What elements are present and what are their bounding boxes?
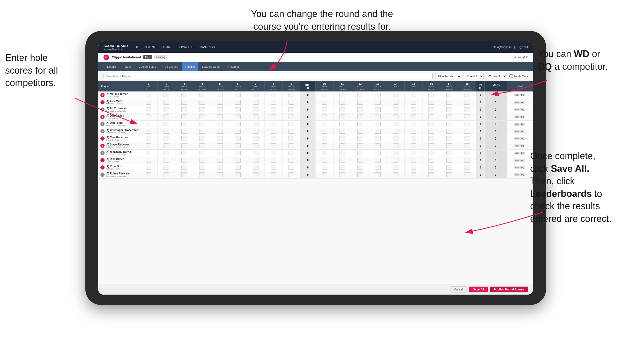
hole-13-score[interactable]	[369, 99, 387, 106]
hole-7-score[interactable]	[247, 142, 264, 149]
cancel-button[interactable]: Cancel	[450, 286, 467, 293]
hole-3-score[interactable]	[175, 157, 193, 164]
hole-7-score[interactable]	[247, 120, 264, 128]
hole-16-score[interactable]	[423, 106, 440, 113]
hole-18-score[interactable]	[458, 91, 476, 99]
hole-10-score[interactable]	[315, 120, 333, 128]
hole-12-score[interactable]	[351, 135, 369, 142]
hole-10-score[interactable]	[315, 106, 333, 113]
hole-15-score[interactable]	[405, 128, 423, 135]
hole-3-score[interactable]	[175, 164, 193, 171]
nav-committee[interactable]: COMMITTEE	[178, 45, 195, 49]
hole-5-score[interactable]	[211, 128, 229, 135]
hole-5-score[interactable]	[211, 135, 229, 142]
hole-2-score[interactable]	[158, 135, 175, 142]
hole-14-score[interactable]	[387, 164, 405, 171]
hole-15-score[interactable]	[405, 113, 423, 120]
dq-button[interactable]: DQ	[520, 166, 525, 169]
hole-14-score[interactable]	[387, 106, 405, 113]
hole-6-score[interactable]	[229, 164, 247, 171]
hole-16-score[interactable]	[423, 157, 440, 164]
hole-12-score[interactable]	[351, 99, 369, 106]
hole-1-score[interactable]	[140, 128, 158, 135]
hole-11-score[interactable]	[333, 106, 351, 113]
hole-7-score[interactable]	[247, 164, 264, 171]
hole-1-score[interactable]	[140, 120, 158, 128]
hole-13-score[interactable]	[369, 164, 387, 171]
hole-1-score[interactable]	[140, 106, 158, 113]
hole-9-score[interactable]	[282, 164, 300, 171]
hole-6-score[interactable]	[229, 106, 247, 113]
tab-printables[interactable]: Printables	[223, 62, 243, 71]
hole-13-score[interactable]	[369, 113, 387, 120]
dq-button[interactable]: DQ	[520, 144, 525, 147]
hole-5-score[interactable]	[211, 164, 229, 171]
hole-9-score[interactable]	[282, 171, 300, 178]
hole-17-score[interactable]	[440, 149, 458, 157]
hole-11-score[interactable]	[333, 142, 351, 149]
hole-10-score[interactable]	[315, 128, 333, 135]
hole-5-score[interactable]	[211, 99, 229, 106]
hole-1-score[interactable]	[140, 142, 158, 149]
hole-6-score[interactable]	[229, 149, 247, 157]
hole-17-score[interactable]	[440, 120, 458, 128]
hole-13-score[interactable]	[369, 128, 387, 135]
nav-teams[interactable]: TEAMS	[163, 45, 173, 49]
hole-7-score[interactable]	[247, 171, 264, 178]
hole-1-score[interactable]	[140, 157, 158, 164]
hole-4-score[interactable]	[193, 157, 211, 164]
hole-14-score[interactable]	[387, 99, 405, 106]
hole-1-score[interactable]	[140, 99, 158, 106]
hole-14-score[interactable]	[387, 171, 405, 178]
hole-8-score[interactable]	[264, 113, 282, 120]
hole-8-score[interactable]	[264, 91, 282, 99]
hole-8-score[interactable]	[264, 128, 282, 135]
filter-team-select[interactable]: Filter by team	[435, 73, 461, 79]
dq-button[interactable]: DQ	[520, 123, 525, 126]
publish-button[interactable]: Publish Round Scores	[490, 287, 528, 292]
dq-button[interactable]: DQ	[520, 159, 525, 162]
hole-10-score[interactable]	[315, 142, 333, 149]
hole-4-score[interactable]	[193, 120, 211, 128]
hole-12-score[interactable]	[351, 171, 369, 178]
dq-button[interactable]: DQ	[520, 173, 525, 176]
hole-6-score[interactable]	[229, 113, 247, 120]
nav-tournaments[interactable]: TOURNAMENTS	[136, 45, 158, 49]
hole-18-score[interactable]	[458, 106, 476, 113]
hole-13-score[interactable]	[369, 149, 387, 157]
hole-6-score[interactable]	[229, 120, 247, 128]
hole-8-score[interactable]	[264, 149, 282, 157]
hole-12-score[interactable]	[351, 157, 369, 164]
hole-14-score[interactable]	[387, 157, 405, 164]
hole-8-score[interactable]	[264, 164, 282, 171]
wd-button[interactable]: WD	[514, 173, 520, 176]
hole-9-score[interactable]	[282, 113, 300, 120]
hole-14-score[interactable]	[387, 149, 405, 157]
save-all-button[interactable]: Save All	[469, 287, 487, 292]
hole-14-score[interactable]	[387, 142, 405, 149]
hole-15-score[interactable]	[405, 171, 423, 178]
nav-rankings[interactable]: RANKINGS	[200, 45, 215, 49]
hole-7-score[interactable]	[247, 99, 264, 106]
hole-9-score[interactable]	[282, 142, 300, 149]
hole-2-score[interactable]	[158, 113, 175, 120]
totals-only-toggle[interactable]: Totals Only	[509, 74, 528, 78]
hole-9-score[interactable]	[282, 120, 300, 128]
hole-4-score[interactable]	[193, 171, 211, 178]
hole-7-score[interactable]	[247, 135, 264, 142]
hole-8-score[interactable]	[264, 120, 282, 128]
hole-10-score[interactable]	[315, 164, 333, 171]
hole-5-score[interactable]	[211, 149, 229, 157]
hole-2-score[interactable]	[158, 164, 175, 171]
round-select[interactable]: Round 1	[464, 73, 484, 79]
hole-2-score[interactable]	[158, 120, 175, 128]
hole-12-score[interactable]	[351, 164, 369, 171]
hole-3-score[interactable]	[175, 171, 193, 178]
hole-5-score[interactable]	[211, 171, 229, 178]
hole-10-score[interactable]	[315, 157, 333, 164]
hole-2-score[interactable]	[158, 91, 175, 99]
hole-1-score[interactable]	[140, 91, 158, 99]
tab-results[interactable]: Results	[182, 62, 198, 71]
hole-16-score[interactable]	[423, 171, 440, 178]
hole-15-score[interactable]	[405, 157, 423, 164]
